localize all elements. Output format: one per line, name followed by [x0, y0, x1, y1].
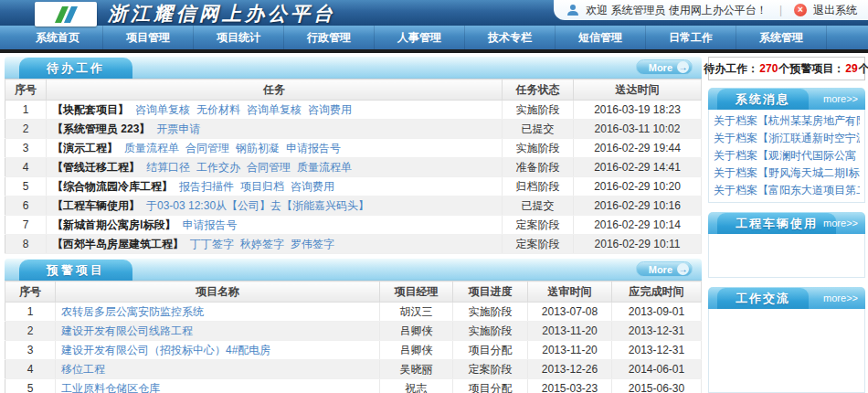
messages-more-link[interactable]: more>> [823, 88, 858, 110]
nav-item-1[interactable]: 系统首页 [13, 26, 103, 49]
nav-item-9[interactable]: 系统管理 [736, 26, 827, 49]
project-link[interactable]: 建设开发有限公司（招投标中心）4#配电房 [61, 344, 270, 356]
warning-more-button[interactable]: More → [636, 261, 693, 277]
task-link[interactable]: 于03-03 12:30从【公司】去【浙能嘉兴码头】 [146, 199, 369, 212]
task-cell: 【新城首期公寓房Ⅰ标段】申请报告号 [47, 216, 503, 235]
header: 浙江耀信网上办公平台 欢迎 系统管理员 使用网上办公平台！ | × 退出系统 [0, 0, 868, 26]
table-row: 1【块配套项目】咨询单复核无价材料咨询单复核咨询费用实施阶段2016-03-19… [5, 101, 702, 120]
task-link[interactable]: 项目归档 [240, 180, 284, 193]
review-time: 2013-11-20 [528, 341, 612, 360]
task-link[interactable]: 钢筋初凝 [236, 142, 280, 154]
todo-count-unit: 个 [778, 61, 789, 77]
table-row: 2【系统管理员 223】开票申请已提交2016-03-11 10:02 [5, 120, 702, 139]
table-row: 5【综合物流园冷库工程】报告扫描件项目归档咨询费用归档阶段2016-02-29 … [5, 177, 702, 196]
task-link[interactable]: 丁丁签字 [190, 238, 234, 250]
main-nav: 系统首页项目管理项目统计行政管理人事管理技术专栏短信管理日常工作系统管理 [0, 26, 868, 49]
todo-panel-tab: 待办工作 [19, 58, 132, 79]
task-link[interactable]: 咨询费用 [308, 103, 352, 116]
task-status: 实施阶段 [503, 101, 574, 120]
due-time: 2013-12-31 [612, 341, 702, 360]
column-header: 序号 [5, 80, 47, 101]
task-link[interactable]: 申请报告号 [286, 142, 341, 154]
task-link[interactable]: 秋婷签字 [240, 238, 284, 250]
vehicles-more-link[interactable]: more>> [823, 212, 858, 234]
task-cell: 【块配套项目】咨询单复核无价材料咨询单复核咨询费用 [47, 101, 503, 120]
task-link[interactable]: 咨询单复核 [247, 103, 302, 116]
task-link[interactable]: 工作交办 [196, 161, 240, 174]
task-project-name: 【演示工程】 [52, 142, 118, 154]
warning-count-label: 预警项目： [789, 61, 844, 77]
task-link[interactable]: 申请报告号 [183, 218, 238, 231]
table-row: 5工业原料仓储区仓库祝志项目分配2015-03-232015-06-30 [5, 379, 702, 393]
communication-panel-body [708, 309, 865, 393]
logout-button[interactable]: 退出系统 [813, 3, 857, 18]
logout-icon: × [794, 4, 807, 16]
message-link[interactable]: 关于档案【杭州某某房地产有限公司的... [714, 112, 860, 130]
message-link[interactable]: 关于档案【观澜时代国际公寓（第1-3册... [714, 147, 860, 165]
table-row: 7【新城首期公寓房Ⅰ标段】申请报告号定案阶段2016-02-29 10:14 [5, 216, 702, 235]
welcome-text: 欢迎 系统管理员 使用网上办公平台！ [586, 3, 767, 18]
task-delivery-time: 2016-02-29 19:44 [574, 139, 702, 158]
task-link[interactable]: 咨询单复核 [135, 103, 190, 116]
todo-more-button[interactable]: More → [636, 59, 693, 75]
project-progress: 项目分配 [453, 341, 528, 360]
row-number: 7 [5, 216, 47, 235]
project-manager: 吕卿侠 [380, 322, 453, 341]
task-link[interactable]: 咨询费用 [291, 180, 334, 193]
row-number: 1 [5, 303, 56, 322]
task-link[interactable]: 合同管理 [185, 142, 229, 154]
page-title: 浙江耀信网上办公平台 [108, 1, 336, 27]
task-link[interactable]: 结算口径 [146, 161, 190, 174]
task-status: 已提交 [503, 196, 574, 216]
nav-item-5[interactable]: 人事管理 [375, 26, 465, 49]
column-header: 任务状态 [503, 80, 574, 101]
task-project-name: 【管线迁移工程】 [52, 161, 140, 174]
task-link[interactable]: 质量流程单 [124, 142, 179, 154]
nav-item-7[interactable]: 短信管理 [556, 26, 646, 49]
warning-panel: 预警项目 More → 序号项目名称项目经理项目进度送审时间应完成时间 1农转居… [5, 259, 702, 393]
task-project-name: 【系统管理员 223】 [52, 122, 150, 135]
task-link[interactable]: 无价材料 [196, 103, 240, 116]
project-link[interactable]: 农转居多层公寓安防监控系统 [61, 305, 204, 318]
row-number: 8 [5, 235, 47, 254]
task-link[interactable]: 质量流程单 [297, 161, 352, 174]
column-header: 送达时间 [574, 80, 702, 101]
column-header: 应完成时间 [612, 281, 702, 303]
project-link[interactable]: 工业原料仓储区仓库 [61, 382, 160, 393]
task-link[interactable]: 开票申请 [156, 122, 200, 135]
table-row: 4【管线迁移工程】结算口径工作交办合同管理质量流程单准备阶段2016-02-29… [5, 158, 702, 177]
message-link[interactable]: 关于档案【富阳东大道项目第二册（商... [714, 182, 860, 199]
project-progress: 实施阶段 [453, 322, 528, 341]
task-delivery-time: 2016-02-29 14:41 [574, 158, 702, 177]
arrow-right-icon: → [677, 61, 689, 73]
project-link[interactable]: 建设开发有限公司线路工程 [61, 324, 193, 337]
welcome-bar: 欢迎 系统管理员 使用网上办公平台！ | × 退出系统 [554, 0, 868, 20]
task-link[interactable]: 罗伟签字 [291, 238, 334, 250]
task-cell: 【演示工程】质量流程单合同管理钢筋初凝申请报告号 [47, 139, 503, 158]
task-delivery-time: 2016-02-29 10:11 [574, 235, 702, 254]
row-number: 2 [5, 120, 47, 139]
project-link[interactable]: 移位工程 [61, 363, 105, 376]
project-manager: 吕卿侠 [380, 341, 453, 360]
table-row: 6【工程车辆使用】于03-03 12:30从【公司】去【浙能嘉兴码头】已提交20… [5, 196, 702, 216]
table-row: 8【西郊半岛房屋建筑工程】丁丁签字秋婷签字罗伟签字定案阶段2016-02-29 … [5, 235, 702, 254]
task-link[interactable]: 合同管理 [247, 161, 291, 174]
due-time: 2014-06-01 [612, 360, 702, 379]
row-number: 3 [5, 341, 56, 360]
nav-item-4[interactable]: 行政管理 [284, 26, 375, 49]
nav-item-6[interactable]: 技术专栏 [465, 26, 556, 49]
todo-panel: 待办工作 More → 序号任务任务状态送达时间 1【块配套项目】咨询单复核无价… [5, 57, 702, 254]
due-time: 2015-06-30 [612, 379, 702, 393]
table-row: 1农转居多层公寓安防监控系统胡汉三实施阶段2013-07-082013-09-0… [5, 303, 702, 322]
communication-more-link[interactable]: more>> [823, 287, 858, 309]
nav-item-8[interactable]: 日常工作 [646, 26, 736, 49]
task-link[interactable]: 报告扫描件 [179, 180, 234, 193]
message-link[interactable]: 关于档案【浙江联通新时空宁波分公司... [714, 130, 860, 147]
warning-count-value: 29 [844, 62, 858, 75]
nav-item-3[interactable]: 项目统计 [194, 26, 284, 49]
task-status: 实施阶段 [503, 139, 574, 158]
table-row: 2建设开发有限公司线路工程吕卿侠实施阶段2013-11-202013-12-31 [5, 322, 702, 341]
project-name-cell: 建设开发有限公司（招投标中心）4#配电房 [56, 341, 380, 360]
message-link[interactable]: 关于档案【野风海天城二期Ⅰ标工程（... [714, 165, 860, 182]
nav-item-2[interactable]: 项目管理 [103, 26, 194, 49]
